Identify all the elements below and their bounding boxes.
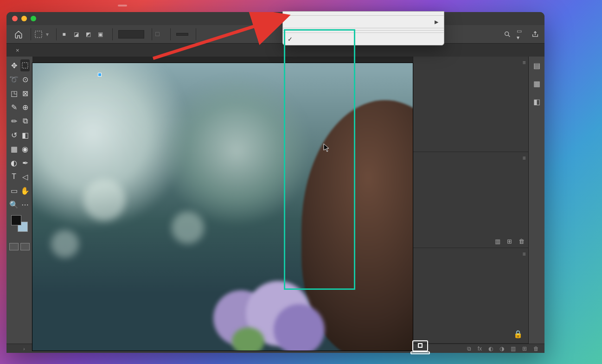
svg-rect-2 (22, 63, 28, 68)
panel-3[interactable]: ≡ 🔒 (413, 248, 528, 344)
menu-plugins[interactable] (108, 5, 117, 6)
search-icon[interactable] (503, 30, 512, 39)
screen-mode[interactable] (9, 243, 30, 252)
share-icon[interactable] (531, 30, 540, 39)
trash-icon[interactable]: 🗑 (533, 345, 539, 352)
macos-menubar (0, 0, 602, 11)
fx-icon[interactable]: fx (478, 345, 482, 352)
feather-input[interactable] (118, 30, 144, 38)
move-tool[interactable]: ✥ (9, 59, 19, 71)
folder-icon[interactable]: ▥ (495, 238, 500, 245)
menu-help[interactable] (128, 5, 137, 6)
frame-tool[interactable]: ⊠ (20, 87, 30, 99)
dodge-tool[interactable]: ◐ (9, 157, 19, 169)
foreground-swatch[interactable] (11, 215, 21, 225)
lasso-tool[interactable]: ➰ (9, 73, 19, 85)
menu-select[interactable] (67, 5, 76, 6)
menu-view[interactable] (97, 5, 107, 6)
panel-menu-icon[interactable]: ≡ (522, 251, 525, 257)
menu-separator (283, 30, 444, 31)
selection-handle[interactable] (98, 73, 101, 76)
workspace-icon[interactable]: ▭ ▾ (517, 30, 526, 39)
marquee-tool[interactable] (20, 59, 30, 71)
menu-type[interactable] (57, 5, 66, 6)
panel-1[interactable]: ≡ (413, 57, 528, 152)
home-icon[interactable] (14, 30, 23, 39)
menu-image[interactable] (36, 5, 45, 6)
svg-rect-5 (411, 352, 429, 354)
type-tool[interactable]: T (9, 171, 19, 183)
menu-layer[interactable] (46, 5, 56, 6)
close-window-button[interactable] (12, 16, 18, 21)
svg-rect-0 (35, 31, 42, 38)
zoom-tool[interactable]: 🔍 (9, 198, 19, 211)
status-chevron-icon[interactable]: › (23, 346, 25, 351)
panel-menu-icon[interactable]: ≡ (522, 155, 525, 161)
color-swatches[interactable] (9, 214, 30, 235)
gradient-tool[interactable]: ▦ (9, 143, 19, 155)
tab-close-icon[interactable]: × (16, 47, 19, 54)
menu-window[interactable] (118, 5, 127, 6)
zoom-window-button[interactable] (31, 16, 36, 21)
dock-icon[interactable]: ◧ (533, 97, 540, 106)
new-icon[interactable]: ⊞ (507, 238, 512, 245)
tools-panel: ✥ ➰ ⊙ ◳ ⊠ ✎ ⊕ ✏ ⧉ ↺ ◧ ▦ ◉ ◐ ✒ T ◁ ▭ ✋ 🔍 … (6, 57, 32, 344)
clone-stamp-tool[interactable]: ⧉ (20, 115, 30, 127)
crop-tool[interactable]: ◳ (9, 87, 19, 99)
shape-tool[interactable]: ▭ (9, 185, 19, 197)
window-titlebar (6, 12, 544, 25)
menu-3d[interactable] (87, 5, 96, 6)
hand-tool[interactable]: ✋ (20, 185, 30, 197)
eraser-tool[interactable]: ◧ (20, 129, 30, 141)
link-icon[interactable]: ⧉ (467, 345, 471, 352)
panel-2[interactable]: ≡ ▥ ⊞ 🗑 (413, 152, 528, 248)
svg-rect-6 (418, 344, 422, 347)
window-menu-dropdown: ▶ ✓ (282, 11, 444, 45)
more-tools[interactable]: ⋯ (20, 198, 30, 211)
document-canvas[interactable] (32, 63, 413, 351)
selection-new-icon[interactable]: ■ (59, 30, 69, 39)
mask-icon[interactable]: ◐ (488, 345, 493, 352)
marquee-tool-icon[interactable] (34, 30, 43, 39)
blur-tool[interactable]: ◉ (20, 143, 30, 155)
lock-icon[interactable]: 🔒 (513, 330, 523, 338)
right-panels: ≡ ≡ ▥ ⊞ 🗑 ≡ 🔒 (413, 57, 528, 344)
healing-tool[interactable]: ⊕ (20, 101, 30, 113)
document-tab[interactable]: × (11, 45, 28, 56)
dock-icon[interactable]: ▦ (533, 79, 540, 88)
quick-select-tool[interactable]: ⊙ (20, 73, 30, 85)
selection-add-icon[interactable]: ◪ (71, 30, 81, 39)
path-select-tool[interactable]: ◁ (20, 171, 30, 183)
brush-tool[interactable]: ✏ (9, 115, 19, 127)
panel-menu-icon[interactable]: ≡ (522, 59, 525, 66)
menu-item-extensions[interactable]: ▶ (283, 18, 444, 26)
options-bar: ▾ ■ ◪ ◩ ▣ ☐ ▭ ▾ (6, 25, 544, 44)
pen-tool[interactable]: ✒ (20, 157, 30, 169)
selection-intersect-icon[interactable]: ▣ (96, 30, 105, 39)
menu-item-document[interactable]: ✓ (283, 35, 444, 43)
selection-subtract-icon[interactable]: ◩ (83, 30, 93, 39)
menu-filter[interactable] (77, 5, 86, 6)
svg-rect-4 (413, 341, 428, 351)
canvas-area[interactable] (32, 57, 413, 344)
menu-file[interactable] (16, 5, 25, 6)
menu-separator (283, 15, 444, 16)
panel-dock: ▤ ▦ ◧ (528, 57, 544, 344)
history-brush-tool[interactable]: ↺ (9, 129, 19, 141)
style-select[interactable] (176, 33, 188, 36)
menu-separator (283, 28, 444, 28)
mouse-cursor-icon (323, 143, 331, 153)
minimize-window-button[interactable] (21, 16, 27, 21)
document-tabbar: × (6, 44, 544, 57)
antialias-checkbox[interactable]: ☐ (155, 31, 160, 38)
dock-icon[interactable]: ▤ (533, 61, 540, 70)
photoshop-window: ▾ ■ ◪ ◩ ▣ ☐ ▭ ▾ × (6, 12, 544, 353)
trash-icon[interactable]: 🗑 (519, 238, 525, 245)
menu-edit[interactable] (26, 5, 35, 6)
folder-icon[interactable]: ▥ (511, 345, 516, 352)
adjustment-icon[interactable]: ◑ (500, 345, 504, 352)
new-layer-icon[interactable]: ⊞ (522, 345, 527, 352)
eyedropper-tool[interactable]: ✎ (9, 101, 19, 113)
watermark-device-icon (410, 340, 430, 356)
svg-point-1 (505, 32, 509, 35)
